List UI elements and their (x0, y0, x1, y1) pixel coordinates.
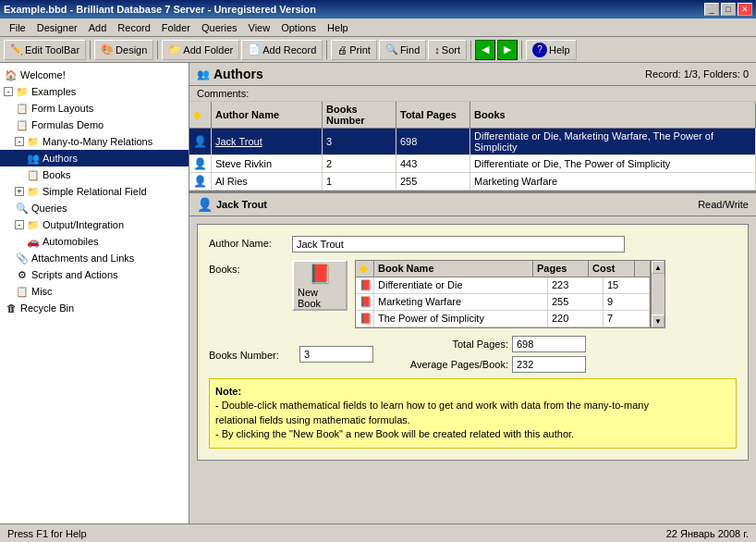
print-icon: 🖨 (337, 44, 348, 55)
menu-folder[interactable]: Folder (156, 20, 196, 35)
sidebar-item-scripts[interactable]: ⚙ Scripts and Actions (0, 266, 189, 283)
books-header-cost[interactable]: Cost (589, 261, 635, 277)
simple-relational-icon: 📁 (26, 184, 41, 199)
sidebar-item-queries-label: Queries (31, 203, 67, 214)
list-item[interactable]: 📕 Marketing Warfare 255 9 (356, 294, 650, 311)
sidebar-item-welcome[interactable]: 🏠 Welcome! (0, 67, 189, 83)
add-record-icon: 📄 (248, 43, 261, 55)
menu-designer[interactable]: Designer (31, 20, 83, 35)
list-item[interactable]: 📕 The Power of Simplicity 220 7 (356, 311, 650, 327)
sidebar-item-automobiles[interactable]: 🚗 Automobiles (0, 233, 189, 250)
misc-icon: 📋 (15, 284, 30, 299)
table-row[interactable]: 👤 Jack Trout 3 698 Differentiate or Die,… (189, 129, 756, 155)
automobiles-icon: 🚗 (26, 234, 41, 249)
sidebar-item-books[interactable]: 📋 Books (0, 166, 189, 183)
authors-header: 👥 Authors Record: 1/3, Folders: 0 (189, 63, 756, 86)
avg-pages-input[interactable] (512, 356, 586, 373)
note-line-1: - Double-click mathematical fields to le… (215, 400, 649, 411)
row1-books-number: 3 (323, 129, 396, 154)
books-icon: 📋 (26, 167, 41, 182)
total-pages-input[interactable] (512, 336, 586, 352)
menu-view[interactable]: View (243, 20, 276, 35)
menu-file[interactable]: File (4, 20, 31, 35)
author-name-input[interactable] (292, 236, 625, 253)
authors-title-text: Authors (213, 67, 263, 81)
sidebar-item-examples-label: Examples (31, 86, 76, 97)
maximize-button[interactable]: □ (721, 3, 736, 16)
simple-relational-expand[interactable]: + (15, 187, 24, 196)
sidebar-item-simple-relational[interactable]: + 📁 Simple Relational Field (0, 183, 189, 200)
grid-header-books-number[interactable]: Books Number (323, 102, 396, 128)
detail-access: Read/Write (698, 199, 749, 210)
books-number-input[interactable] (299, 346, 373, 363)
sort-button[interactable]: ↕ Sort (428, 40, 467, 60)
toolbar-separator-1 (90, 41, 91, 59)
find-button[interactable]: 🔍 Find (379, 40, 426, 60)
sidebar-item-formulas-demo[interactable]: 📋 Formulas Demo (0, 117, 189, 133)
attachments-icon: 📎 (15, 251, 30, 265)
table-row[interactable]: 👤 Al Ries 1 255 Marketing Warfare (189, 173, 756, 191)
detail-form: Author Name: Books: 📕 New Book (197, 224, 749, 461)
next-button[interactable]: ▶ (497, 40, 518, 60)
books-header-name[interactable]: Book Name (374, 261, 533, 277)
help-label: Help (549, 44, 570, 55)
prev-icon: ◀ (482, 43, 489, 55)
menu-help[interactable]: Help (322, 20, 354, 35)
sidebar-item-form-layouts-label: Form Layouts (31, 103, 93, 114)
print-button[interactable]: 🖨 Print (331, 40, 377, 60)
author-name-label: Author Name: (209, 236, 292, 249)
grid-header-author-name[interactable]: Author Name (212, 102, 323, 128)
list-item[interactable]: 📕 Differentiate or Die 223 15 (356, 277, 650, 294)
books-header-pages[interactable]: Pages (533, 261, 589, 277)
sidebar-item-misc-label: Misc (31, 286, 53, 297)
detail-header: 👤 Jack Trout Read/Write (189, 193, 756, 216)
help-button[interactable]: ? Help (526, 40, 577, 60)
grid-header-books[interactable]: Books (470, 102, 756, 128)
menu-options[interactable]: Options (275, 20, 322, 35)
menu-queries[interactable]: Queries (196, 20, 243, 35)
book1-icon-cell: 📕 (356, 277, 374, 293)
table-row[interactable]: 👤 Steve Rivkin 2 443 Differentiate or Di… (189, 155, 756, 173)
sidebar-item-output[interactable]: - 📁 Output/Integration (0, 216, 189, 233)
sidebar-item-authors[interactable]: 👥 Authors (0, 150, 189, 166)
sidebar-item-recycle-bin[interactable]: 🗑 Recycle Bin (0, 300, 189, 316)
add-folder-button[interactable]: 📁 Add Folder (162, 40, 239, 60)
menu-add[interactable]: Add (83, 20, 113, 35)
sidebar-item-misc[interactable]: 📋 Misc (0, 283, 189, 300)
status-right: 22 Январь 2008 г. (666, 528, 749, 539)
authors-title: 👥 Authors (197, 67, 263, 81)
add-record-button[interactable]: 📄 Add Record (241, 40, 323, 60)
toolbar-separator-3 (326, 41, 327, 59)
title-bar-buttons[interactable]: _ □ ✕ (704, 3, 752, 16)
design-button[interactable]: 🎨 Design (94, 40, 153, 60)
sidebar-item-examples[interactable]: - 📁 Examples (0, 83, 189, 100)
new-book-button[interactable]: 📕 New Book (292, 260, 348, 311)
sidebar-item-attachments[interactable]: 📎 Attachments and Links (0, 250, 189, 266)
books-number-row: Books Number: (209, 336, 373, 373)
menu-record[interactable]: Record (112, 20, 155, 35)
output-expand[interactable]: - (15, 220, 24, 229)
prev-button[interactable]: ◀ (475, 40, 495, 60)
close-button[interactable]: ✕ (738, 3, 752, 16)
examples-expand[interactable]: - (4, 87, 13, 96)
sidebar-item-form-layouts[interactable]: 📋 Form Layouts (0, 100, 189, 117)
grid-header-total-pages[interactable]: Total Pages (396, 102, 470, 128)
edit-toolbar-button[interactable]: ✏️ Edit ToolBar (4, 40, 86, 60)
book1-pages: 223 (548, 277, 604, 293)
book2-pages: 255 (548, 294, 604, 310)
sidebar-item-queries[interactable]: 🔍 Queries (0, 200, 189, 216)
book2-icon: 📕 (360, 296, 372, 307)
sidebar-item-many-to-many[interactable]: - 📁 Many-to-Many Relations (0, 133, 189, 150)
row2-icon-cell: 👤 (189, 155, 212, 172)
toolbar-separator-5 (521, 41, 522, 59)
edit-toolbar-label: Edit ToolBar (25, 44, 79, 55)
minimize-button[interactable]: _ (704, 3, 719, 16)
queries-icon: 🔍 (15, 201, 30, 216)
many-to-many-expand[interactable]: - (15, 137, 24, 146)
comments-bar: Comments: (189, 86, 756, 102)
books-table: ◆ Book Name Pages Cost 📕 (355, 260, 651, 328)
book3-icon-cell: 📕 (356, 311, 374, 326)
scrollbar-up-button[interactable]: ▲ (652, 261, 665, 274)
toolbar-separator-2 (157, 41, 158, 59)
scrollbar-down-button[interactable]: ▼ (652, 314, 665, 327)
